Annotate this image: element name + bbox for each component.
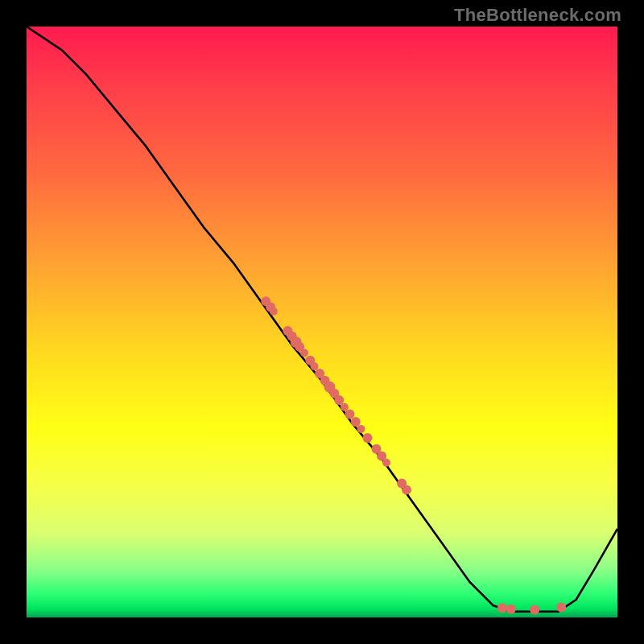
scatter-point: [351, 417, 361, 427]
chart-svg: [27, 27, 617, 617]
plot-area: [27, 27, 617, 617]
scatter-point: [382, 459, 390, 467]
scatter-point: [305, 356, 315, 365]
bottleneck-curve: [27, 27, 617, 612]
scatter-point: [556, 603, 566, 613]
scatter-point: [506, 605, 516, 614]
scatter-point: [329, 389, 339, 398]
scatter-point: [372, 444, 382, 454]
scatter-points: [261, 296, 566, 614]
scatter-point: [341, 403, 349, 411]
scatter-point: [266, 303, 275, 312]
scatter-point: [357, 425, 365, 433]
scatter-point: [315, 369, 324, 378]
scatter-point: [300, 349, 308, 357]
scatter-point: [295, 342, 304, 352]
scatter-point: [270, 308, 278, 316]
watermark-text: TheBottleneck.com: [454, 5, 621, 26]
scatter-point: [324, 382, 336, 393]
scatter-point: [311, 362, 319, 370]
app-frame: TheBottleneck.com: [0, 0, 644, 644]
scatter-point: [402, 485, 411, 495]
scatter-point: [397, 478, 407, 488]
scatter-point: [363, 433, 373, 443]
scatter-point: [283, 326, 292, 336]
scatter-point: [497, 603, 507, 613]
scatter-point: [345, 410, 355, 419]
scatter-point: [334, 395, 344, 405]
scatter-point: [291, 336, 302, 348]
scatter-point: [287, 332, 297, 341]
scatter-point: [261, 296, 270, 306]
scatter-point: [530, 605, 539, 615]
scatter-point: [377, 452, 386, 461]
scatter-point: [320, 376, 330, 386]
